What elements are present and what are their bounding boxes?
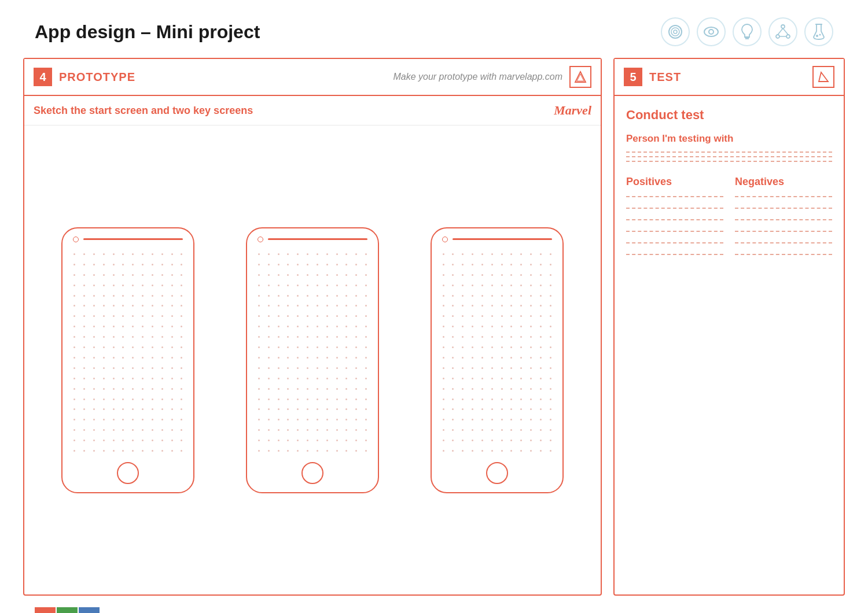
dot bbox=[481, 378, 483, 379]
dot bbox=[307, 336, 308, 338]
dot bbox=[152, 408, 153, 410]
dot bbox=[73, 264, 75, 265]
positives-negatives-area: Positives Negatives bbox=[626, 176, 832, 255]
dot bbox=[171, 336, 173, 338]
dot bbox=[345, 378, 347, 379]
dot bbox=[462, 336, 464, 338]
dot bbox=[510, 408, 512, 410]
phone-2-home bbox=[301, 462, 323, 484]
dot bbox=[355, 336, 357, 338]
dot bbox=[171, 450, 173, 452]
dot bbox=[152, 367, 153, 369]
dot bbox=[540, 264, 542, 265]
dot bbox=[540, 357, 542, 359]
dot bbox=[550, 305, 551, 306]
test-icon bbox=[812, 66, 834, 88]
dot bbox=[83, 429, 85, 431]
dot bbox=[550, 285, 551, 286]
dot bbox=[326, 367, 328, 369]
phones-area bbox=[24, 125, 601, 594]
dot bbox=[355, 429, 357, 431]
dot bbox=[132, 295, 134, 297]
dot bbox=[355, 378, 357, 379]
dot bbox=[452, 378, 454, 379]
dot bbox=[181, 336, 182, 338]
dot bbox=[307, 285, 308, 286]
dot bbox=[355, 264, 357, 265]
dot bbox=[336, 408, 338, 410]
dot bbox=[132, 388, 134, 390]
prototype-header: 4 PROTOTYPE Make your prototype with mar… bbox=[24, 59, 601, 96]
phone-1-grid bbox=[68, 248, 187, 457]
dot bbox=[336, 336, 338, 338]
dot bbox=[540, 336, 542, 338]
dot bbox=[481, 388, 483, 390]
dot bbox=[142, 346, 144, 348]
prototype-subheader: Sketch the start screen and two key scre… bbox=[24, 96, 601, 125]
dot bbox=[258, 367, 260, 369]
dot bbox=[365, 440, 367, 441]
dot bbox=[345, 398, 347, 400]
eye-icon bbox=[697, 17, 726, 46]
dot bbox=[93, 264, 95, 265]
dot bbox=[161, 315, 163, 317]
dot bbox=[452, 315, 454, 317]
dot bbox=[501, 357, 503, 359]
person-lines bbox=[626, 152, 832, 162]
dot bbox=[317, 378, 318, 379]
dot bbox=[491, 336, 493, 338]
dot bbox=[103, 408, 105, 410]
logo-d: D bbox=[35, 607, 56, 613]
dot bbox=[113, 274, 115, 276]
dot bbox=[93, 336, 95, 338]
pos-line-4 bbox=[626, 231, 723, 232]
dot bbox=[491, 295, 493, 297]
dot bbox=[443, 295, 444, 297]
phone-3-bar bbox=[453, 238, 552, 240]
dot bbox=[336, 346, 338, 348]
dot bbox=[462, 408, 464, 410]
dot bbox=[297, 398, 299, 400]
dot bbox=[287, 315, 289, 317]
dot bbox=[171, 429, 173, 431]
dot bbox=[268, 264, 270, 265]
dot bbox=[510, 357, 512, 359]
dot bbox=[132, 429, 134, 431]
dot bbox=[122, 346, 124, 348]
dot bbox=[181, 253, 182, 255]
dot bbox=[278, 388, 279, 390]
dot bbox=[317, 274, 318, 276]
dot bbox=[365, 315, 367, 317]
dot bbox=[142, 408, 144, 410]
dot bbox=[326, 450, 328, 452]
dot bbox=[491, 357, 493, 359]
dot bbox=[520, 305, 522, 306]
page-title: App design – Mini project bbox=[35, 21, 260, 43]
dot bbox=[452, 419, 454, 420]
dot bbox=[73, 326, 75, 327]
dot bbox=[268, 419, 270, 420]
phone-1-home bbox=[117, 462, 139, 484]
dot bbox=[171, 274, 173, 276]
dot bbox=[181, 326, 182, 327]
dot bbox=[510, 367, 512, 369]
design-club-branding: D E S I G N C L U B www.designclub.org.u… bbox=[35, 607, 117, 613]
dot bbox=[550, 264, 551, 265]
dot bbox=[550, 346, 551, 348]
dot bbox=[307, 346, 308, 348]
svg-marker-16 bbox=[575, 72, 586, 82]
dot bbox=[481, 253, 483, 255]
dot bbox=[336, 253, 338, 255]
dot bbox=[278, 295, 279, 297]
dot bbox=[152, 274, 153, 276]
dot bbox=[472, 429, 473, 431]
dot bbox=[326, 285, 328, 286]
dot bbox=[336, 440, 338, 441]
dot bbox=[317, 305, 318, 306]
dot bbox=[83, 408, 85, 410]
dot bbox=[472, 264, 473, 265]
dot bbox=[491, 378, 493, 379]
person-area: Person I'm testing with bbox=[626, 133, 832, 162]
dot bbox=[258, 450, 260, 452]
dot bbox=[510, 346, 512, 348]
